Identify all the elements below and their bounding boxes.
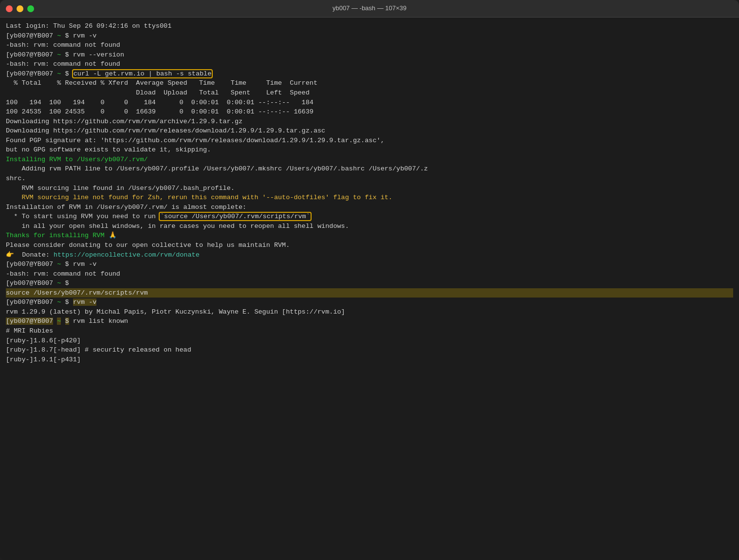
terminal-line: Downloading https://github.com/rvm/rvm/a… xyxy=(6,117,733,127)
terminal-line: -bash: rvm: command not found xyxy=(6,269,733,279)
terminal-line: Last login: Thu Sep 26 09:42:16 on ttys0… xyxy=(6,21,733,31)
terminal-line: 100 194 100 194 0 0 184 0 0:00:01 0:00:0… xyxy=(6,98,733,108)
terminal-line: Installation of RVM in /Users/yb007/.rvm… xyxy=(6,203,733,212)
terminal-line: but no GPG software exists to validate i… xyxy=(6,145,733,155)
terminal-line: * To start using RVM you need to run `so… xyxy=(6,212,733,222)
close-button[interactable] xyxy=(6,5,13,12)
terminal-line: Found PGP signature at: 'https://github.… xyxy=(6,136,733,146)
terminal-line: Dload Upload Total Spent Left Speed xyxy=(6,88,733,98)
terminal-line: [yb007@YB007 ~ $ rvm -v xyxy=(6,31,733,41)
terminal-line: shrc. xyxy=(6,174,733,184)
terminal-line: [yb007@YB007 ~ $ curl -L get.rvm.io | ba… xyxy=(6,69,733,79)
terminal-line: 👉 Donate: https://opencollective.com/rvm… xyxy=(6,250,733,260)
terminal-line: [yb007@YB007 ~ $ rvm -v xyxy=(6,260,733,269)
terminal-body[interactable]: Last login: Thu Sep 26 09:42:16 on ttys0… xyxy=(0,18,739,560)
titlebar: yb007 — -bash — 107×39 xyxy=(0,0,739,18)
terminal-line: Downloading https://github.com/rvm/rvm/r… xyxy=(6,126,733,136)
terminal-line: [ruby-]1.9.1[-p431] xyxy=(6,355,733,365)
terminal-line: [ruby-]1.8.7[-head] # security released … xyxy=(6,345,733,355)
terminal-line: [ruby-]1.8.6[-p420] xyxy=(6,336,733,346)
terminal-line: 100 24535 100 24535 0 0 16639 0 0:00:01 … xyxy=(6,107,733,117)
terminal-line: % Total % Received % Xferd Average Speed… xyxy=(6,78,733,88)
terminal-line: Please consider donating to our open col… xyxy=(6,241,733,250)
terminal-line: Installing RVM to /Users/yb007/.rvm/ xyxy=(6,155,733,165)
terminal-line: Thanks for installing RVM 🙏 xyxy=(6,231,733,241)
terminal-line: RVM sourcing line found in /Users/yb007/… xyxy=(6,184,733,193)
terminal-line: [yb007@YB007 ~ $ rvm --version xyxy=(6,50,733,60)
traffic-lights xyxy=(6,5,34,12)
terminal-line: # MRI Rubies xyxy=(6,326,733,336)
terminal-line: rvm 1.29.9 (latest) by Michal Papis, Pio… xyxy=(6,307,733,317)
window-title: yb007 — -bash — 107×39 xyxy=(333,4,406,13)
terminal-line: -bash: rvm: command not found xyxy=(6,40,733,50)
terminal-line: [yb007@YB007 ~ $ rvm list known xyxy=(6,317,733,326)
terminal-line: in all your open shell windows, in rare … xyxy=(6,222,733,231)
terminal-line: -bash: rvm: command not found xyxy=(6,59,733,69)
terminal-line: RVM sourcing line not found for Zsh, rer… xyxy=(6,193,733,203)
maximize-button[interactable] xyxy=(27,5,34,12)
terminal-window: yb007 — -bash — 107×39 Last login: Thu S… xyxy=(0,0,739,560)
terminal-line: [yb007@YB007 ~ $ rvm -v xyxy=(6,298,733,307)
terminal-line: Adding rvm PATH line to /Users/yb007/.pr… xyxy=(6,164,733,174)
terminal-line: [yb007@YB007 ~ $ source /Users/yb007/.rv… xyxy=(6,279,733,298)
minimize-button[interactable] xyxy=(17,5,23,12)
